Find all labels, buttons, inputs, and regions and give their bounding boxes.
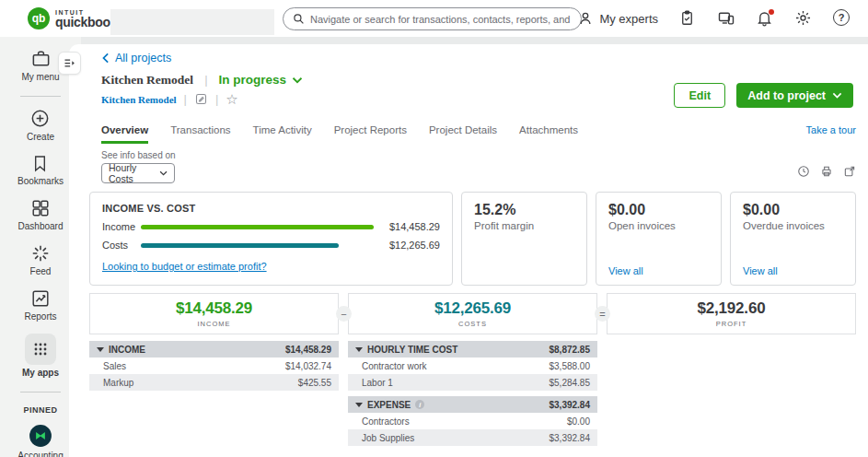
search-icon — [293, 13, 305, 25]
income-bar-value: $14,458.29 — [374, 221, 440, 232]
overdue-invoices-view-all-link[interactable]: View all — [743, 265, 778, 276]
hourly-table-total: $8,872.85 — [550, 345, 591, 355]
row-amount: $5,284.85 — [550, 378, 591, 388]
costs-bar-value: $12,265.69 — [374, 240, 440, 251]
income-table-total: $14,458.29 — [285, 345, 331, 355]
add-to-project-button[interactable]: Add to project — [736, 83, 853, 108]
clock-icon — [797, 165, 810, 178]
row-amount: $14,032.74 — [285, 361, 331, 371]
tab-attachments[interactable]: Attachments — [519, 124, 578, 144]
hourly-table-header[interactable]: HOURLY TIME COST $8,872.85 — [348, 341, 597, 357]
row-name: Sales — [97, 361, 126, 371]
history-button[interactable] — [797, 165, 810, 178]
sidebar-item-bookmarks[interactable]: Bookmarks — [17, 154, 64, 186]
tab-time-activity[interactable]: Time Activity — [253, 124, 312, 144]
take-a-tour-link[interactable]: Take a tour — [806, 124, 856, 135]
chevron-down-icon — [159, 170, 168, 176]
overdue-invoices-card: $0.00 Overdue invoices View all — [730, 192, 856, 286]
summary-costs-label: COSTS — [458, 320, 487, 328]
help-button[interactable]: ? — [833, 9, 851, 28]
settings-button[interactable] — [794, 9, 813, 28]
clipboard-icon — [678, 9, 696, 27]
table-row[interactable]: Markup $425.55 — [89, 374, 339, 391]
sidebar-item-accounting[interactable]: Accounting — [17, 424, 63, 457]
sidebar-label: Accounting — [17, 451, 63, 457]
row-name: Labor 1 — [355, 378, 393, 388]
income-bar — [141, 225, 374, 229]
table-row[interactable]: Contractors $0.00 — [348, 413, 597, 429]
sidebar-item-create[interactable]: Create — [27, 108, 54, 142]
tab-transactions[interactable]: Transactions — [170, 124, 230, 144]
profit-breakdown-column — [607, 341, 856, 446]
table-row[interactable]: Job Supplies $3,392.84 — [348, 429, 597, 446]
row-amount: $3,392.84 — [550, 433, 591, 443]
my-experts-button[interactable]: My experts — [577, 10, 658, 27]
costs-bar — [141, 243, 339, 248]
tasks-button[interactable] — [678, 9, 697, 28]
open-invoices-view-all-link[interactable]: View all — [608, 265, 643, 276]
summary-profit-label: PROFIT — [716, 320, 747, 328]
sidebar-label: Dashboard — [18, 221, 64, 231]
briefcase-icon — [30, 48, 52, 69]
dots-grid-icon — [31, 340, 50, 358]
expand-panel-icon — [63, 56, 76, 70]
notes-button[interactable] — [194, 92, 208, 106]
grid-icon — [30, 198, 51, 218]
panel-expand-button[interactable] — [58, 52, 81, 75]
sidebar-label: Create — [27, 132, 54, 142]
apps-switcher-button[interactable] — [717, 9, 735, 28]
sidebar-label: Bookmarks — [17, 176, 64, 186]
print-button[interactable] — [820, 165, 833, 178]
devices-icon — [717, 9, 735, 28]
costs-bar-label: Costs — [102, 240, 141, 251]
profit-margin-label: Profit margin — [474, 220, 574, 231]
edit-button[interactable]: Edit — [674, 83, 725, 108]
income-vs-cost-card: INCOME VS. COST Income $14,458.29 Costs … — [89, 192, 453, 286]
expense-table-total: $3,392.84 — [550, 400, 591, 410]
sidebar-item-reports[interactable]: Reports — [24, 288, 56, 322]
row-name: Contractor work — [355, 361, 427, 371]
tab-project-details[interactable]: Project Details — [429, 124, 497, 144]
table-row[interactable]: Contractor work $3,588.00 — [348, 357, 597, 374]
add-to-project-label: Add to project — [747, 89, 826, 102]
global-search[interactable] — [283, 7, 582, 30]
income-bar-label: Income — [102, 221, 141, 232]
export-button[interactable] — [843, 165, 856, 178]
hourly-time-cost-table: HOURLY TIME COST $8,872.85 Contractor wo… — [348, 341, 597, 391]
expense-table: EXPENSE i $3,392.84 Contractors $0.00 Jo… — [348, 396, 597, 446]
cost-basis-dropdown[interactable]: Hourly Costs — [101, 163, 175, 183]
project-status-dropdown[interactable]: In progress — [219, 73, 304, 87]
equals-badge: = — [595, 306, 610, 322]
sidebar-label: Feed — [30, 266, 52, 276]
sidebar-item-my-apps[interactable]: My apps — [22, 334, 59, 378]
profit-summary-strip: $14,458.29 INCOME $12,265.69 COSTS $2,19… — [89, 293, 856, 334]
back-link-label: All projects — [115, 52, 171, 64]
expense-table-title: EXPENSE — [367, 400, 411, 410]
sidebar-divider — [20, 392, 61, 393]
tab-overview[interactable]: Overview — [101, 124, 148, 144]
project-subtitle-link[interactable]: Kitchen Remodel — [101, 94, 177, 105]
notifications-button[interactable] — [756, 9, 774, 28]
row-amount: $425.55 — [298, 378, 331, 388]
sidebar-item-my-menu[interactable]: My menu — [21, 48, 59, 82]
my-experts-label: My experts — [599, 12, 658, 26]
accounting-app-icon — [29, 424, 52, 448]
summary-profit: $2,192.60 PROFIT — [607, 293, 856, 334]
sidebar-item-dashboard[interactable]: Dashboard — [18, 198, 64, 231]
income-table-header[interactable]: INCOME $14,458.29 — [89, 341, 339, 357]
expense-table-header[interactable]: EXPENSE i $3,392.84 — [348, 396, 597, 413]
table-row[interactable]: Sales $14,032.74 — [89, 357, 339, 374]
tab-project-reports[interactable]: Project Reports — [334, 124, 407, 144]
favorite-star-icon[interactable]: ☆ — [226, 92, 237, 106]
row-amount: $0.00 — [567, 416, 590, 427]
bookmark-icon — [30, 154, 50, 173]
collapse-triangle-icon — [355, 347, 363, 352]
budget-estimate-link[interactable]: Looking to budget or estimate profit? — [102, 261, 267, 272]
printer-icon — [820, 165, 833, 178]
project-title: Kitchen Remodel — [101, 73, 193, 88]
collapse-triangle-icon — [97, 347, 104, 352]
back-to-all-projects-link[interactable]: All projects — [101, 52, 171, 64]
table-row[interactable]: Labor 1 $5,284.85 — [348, 374, 597, 391]
sidebar-item-feed[interactable]: Feed — [30, 243, 52, 276]
search-input[interactable] — [310, 14, 572, 25]
